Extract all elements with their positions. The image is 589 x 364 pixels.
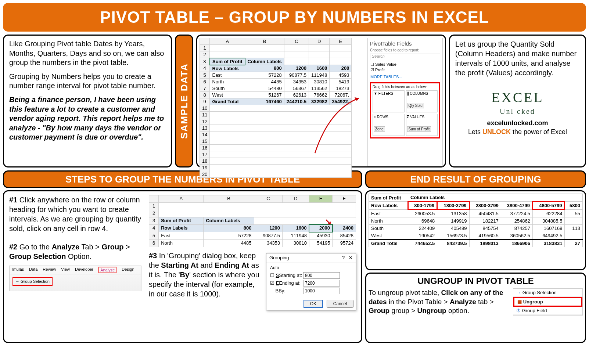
right-note-box: Let us group the Quantity Sold (Column H… (449, 35, 586, 167)
pt-fields-title: PivotTable Fields (370, 40, 440, 47)
starting-at-checkbox[interactable]: ☐ SStarting at: (270, 273, 303, 279)
values-area[interactable]: Σ VALUESSum of Profit (406, 114, 438, 136)
group-selection-button[interactable]: → Group Selection (12, 277, 53, 285)
drag-areas: Drag fields between areas below: ▼ FILTE… (370, 82, 440, 138)
field-profit[interactable]: ☑ Profit (370, 67, 440, 73)
end-result-box: Sum of ProfitColumn Labels Row Labels800… (365, 190, 586, 270)
pt-search-input[interactable]: Search (370, 54, 440, 60)
brand-site: excelunlocked.com (455, 119, 580, 127)
starting-at-input[interactable] (303, 272, 340, 279)
intro-p2: Grouping by Numbers helps you to create … (9, 72, 166, 91)
cancel-button[interactable]: Cancel (327, 300, 353, 308)
intro-p1: Like Grouping Pivot table Dates by Years… (9, 39, 166, 68)
end-result-heading: END RESULT OF GROUPING (365, 170, 586, 188)
pivottable-fields-pane[interactable]: PivotTable Fields Choose fields to add t… (367, 38, 443, 166)
by-input[interactable] (303, 288, 340, 294)
sample-screenshot: ABCDE 1 2 3Sum of ProfitColumn Labels 4R… (196, 35, 446, 167)
more-tables-link[interactable]: MORE TABLES... (370, 74, 440, 79)
ungroup-menu: → Group Selection ▦ Ungroup ⑦ Group Fiel… (513, 288, 583, 316)
page-title: PIVOT TABLE – GROUP BY NUMBERS IN EXCEL (3, 3, 586, 32)
menu-group-selection[interactable]: → Group Selection (513, 289, 582, 297)
filters-area[interactable]: ▼ FILTERS (373, 90, 405, 112)
intro-p3: Being a finance person, I have been usin… (9, 95, 166, 142)
menu-group-field[interactable]: ⑦ Group Field (513, 307, 582, 315)
step-mini-table: ABCDEF 1 2 3Sum of ProfitColumn Labels 4… (149, 195, 356, 247)
result-table: Sum of ProfitColumn Labels Row Labels800… (369, 194, 583, 247)
columns-area[interactable]: ‖ COLUMNSQty Sold (406, 90, 438, 112)
analyze-tab[interactable]: Analyze (98, 267, 116, 273)
ungroup-box: UNGROUP IN PIVOT TABLE To ungroup pivot … (365, 273, 586, 343)
ribbon-screenshot: rmulas Data Review View Developer Analyz… (9, 266, 141, 291)
grouping-dialog: Grouping? ✕ Auto ☐ SStarting at: ☑ EEndi… (266, 253, 356, 310)
steps-box: #1 Click anywhere on the row or column h… (3, 190, 362, 343)
sample-data-label: SAMPLE DATA (175, 35, 193, 167)
intro-box: Like Grouping Pivot table Dates by Years… (3, 35, 172, 167)
ok-button[interactable]: OK (304, 300, 323, 308)
arrow-icon: ↘ (325, 217, 331, 227)
menu-ungroup[interactable]: ▦ Ungroup (513, 297, 582, 307)
selected-cell-e4[interactable]: 2000↘ (309, 224, 333, 232)
arrow-annotation (308, 94, 366, 161)
ungroup-heading: UNGROUP IN PIVOT TABLE (369, 276, 583, 286)
brand-logo: EXCEL Unl cked excelunlocked.com Lets UN… (455, 89, 580, 136)
field-sales-value[interactable]: ☐ Sales Value (370, 62, 440, 67)
ending-at-checkbox[interactable]: ☑ EEnding at: (270, 280, 303, 286)
rows-area[interactable]: ≡ ROWSZone (373, 114, 405, 136)
ending-at-input[interactable] (303, 280, 340, 286)
